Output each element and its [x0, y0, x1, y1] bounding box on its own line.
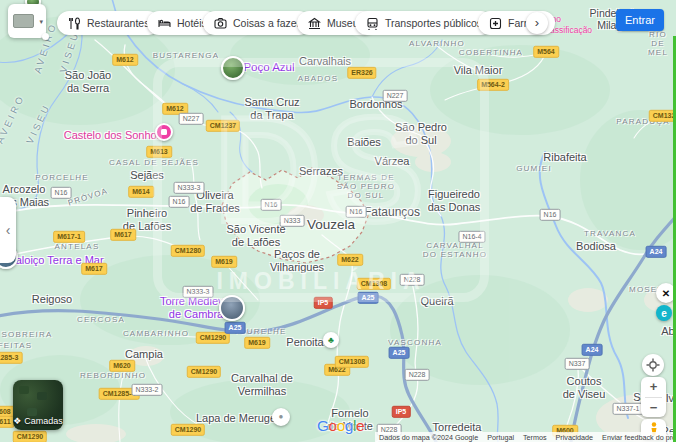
layers-icon: ❖: [13, 416, 21, 426]
attribution-link[interactable]: Enviar feedback do produto: [602, 433, 676, 442]
my-location-button[interactable]: [642, 354, 664, 376]
lapa-de-meruge-icon[interactable]: ●: [272, 408, 290, 426]
layers-label: Camadas: [24, 416, 63, 426]
layers-widget[interactable]: ❖ Camadas: [13, 380, 63, 430]
category-label: Coisas a fazer: [233, 17, 300, 29]
google-logo[interactable]: Google: [317, 417, 364, 435]
category-coisas-a-fazer-button[interactable]: Coisas a fazer: [203, 11, 311, 35]
hotel-icon: [158, 17, 171, 30]
museum-icon: [308, 17, 321, 30]
more-categories-button[interactable]: ›: [526, 12, 548, 34]
attribution-link[interactable]: Privacidade: [556, 433, 594, 442]
pharmacy-icon: [489, 17, 502, 30]
transit-icon: [366, 17, 379, 30]
map-widget-dot: [42, 33, 49, 40]
torre-medieval-photo-icon[interactable]: [219, 295, 245, 321]
right-edge-highlight-line: [673, 36, 676, 442]
penoita-park-icon[interactable]: ♣: [323, 332, 339, 348]
category-label: Restaurantes: [87, 17, 149, 29]
attribution-bar: Dados do mapa ©2024 GooglePortugalTermos…: [375, 432, 676, 442]
category-restaurantes-button[interactable]: Restaurantes: [57, 11, 160, 35]
camera-icon: [214, 17, 227, 30]
chevron-down-icon: ▾: [39, 18, 43, 26]
attribution-text: Portugal: [487, 433, 514, 442]
crosshair-icon: [646, 358, 660, 372]
restaurants-icon: [68, 17, 81, 30]
category-label: Transportes públicos: [385, 17, 482, 29]
zoom-in-button[interactable]: +: [641, 377, 666, 397]
castelo-dos-sonhos-pin-icon[interactable]: [155, 123, 173, 141]
attribution-text: Dados do mapa ©2024 Google: [379, 433, 478, 442]
map-thumbnail: [13, 14, 34, 28]
site-logo-e-button[interactable]: e: [656, 305, 672, 321]
attribution-link[interactable]: Termos: [523, 433, 547, 442]
zoom-out-button[interactable]: −: [641, 398, 666, 418]
map-pois-layer: ♣●: [0, 0, 676, 442]
map-type-widget[interactable]: ▾: [8, 4, 46, 38]
side-panel-collapse-button[interactable]: ‹: [0, 197, 16, 263]
map-canvas[interactable]: São João da SerraCarvalhaisSanta Cruz da…: [0, 0, 676, 442]
zoom-control: + −: [641, 377, 666, 417]
poco-azul-photo-icon[interactable]: [221, 56, 245, 80]
category-transportes-publicos-button[interactable]: Transportes públicos: [355, 11, 493, 35]
sign-in-button[interactable]: Entrar: [616, 9, 664, 31]
